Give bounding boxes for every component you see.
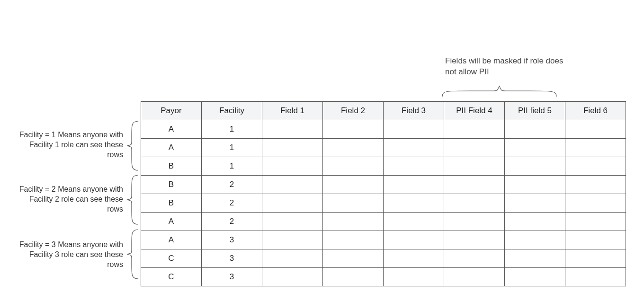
col-field1: Field 1 [262,102,323,120]
cell-facility: 3 [202,249,262,268]
cell-empty [384,213,444,231]
col-field6: Field 6 [565,102,626,120]
cell-empty [384,231,444,249]
col-field3: Field 3 [384,102,444,120]
table-row: A 3 [141,231,626,249]
data-table-wrapper: Payor Facility Field 1 Field 2 Field 3 P… [141,101,626,286]
cell-empty [262,120,323,139]
col-facility: Facility [202,102,262,120]
data-table: Payor Facility Field 1 Field 2 Field 3 P… [141,101,626,286]
cell-empty [505,268,565,286]
cell-empty [444,139,505,157]
cell-empty [444,120,505,139]
cell-empty [323,249,384,268]
cell-empty [505,139,565,157]
col-payor: Payor [141,102,202,120]
cell-empty [505,120,565,139]
pii-mask-note: Fields will be masked if role does not a… [445,56,568,78]
cell-payor: B [141,194,202,213]
cell-empty [565,120,626,139]
cell-empty [444,194,505,213]
table-row: B 1 [141,157,626,176]
table-row: A 1 [141,120,626,139]
table-row: A 1 [141,139,626,157]
cell-payor: A [141,213,202,231]
cell-empty [323,194,384,213]
cell-facility: 1 [202,120,262,139]
cell-payor: A [141,139,202,157]
cell-empty [505,176,565,194]
cell-empty [444,231,505,249]
cell-empty [384,157,444,176]
cell-empty [505,231,565,249]
cell-facility: 2 [202,194,262,213]
cell-empty [565,249,626,268]
table-row: C 3 [141,268,626,286]
cell-empty [384,268,444,286]
cell-empty [505,213,565,231]
cell-empty [565,157,626,176]
cell-empty [323,120,384,139]
cell-payor: A [141,231,202,249]
col-pii5: PII field 5 [505,102,565,120]
cell-empty [444,176,505,194]
col-pii4: PII Field 4 [444,102,505,120]
cell-facility: 2 [202,176,262,194]
cell-empty [262,194,323,213]
cell-payor: B [141,157,202,176]
cell-empty [505,249,565,268]
cell-facility: 1 [202,139,262,157]
cell-empty [565,194,626,213]
cell-empty [323,139,384,157]
cell-empty [384,194,444,213]
cell-empty [565,213,626,231]
cell-empty [323,176,384,194]
cell-empty [262,249,323,268]
cell-empty [262,231,323,249]
table-row: B 2 [141,194,626,213]
cell-empty [262,213,323,231]
cell-empty [384,139,444,157]
facility-2-note: Facility = 2 Means anyone with Facility … [14,185,123,214]
facility-3-note: Facility = 3 Means anyone with Facility … [14,240,123,269]
cell-empty [384,249,444,268]
cell-empty [565,139,626,157]
cell-facility: 1 [202,157,262,176]
table-row: B 2 [141,176,626,194]
cell-empty [444,249,505,268]
table-row: C 3 [141,249,626,268]
cell-empty [323,213,384,231]
cell-empty [262,139,323,157]
cell-empty [262,268,323,286]
brace-left-group3 [125,229,140,280]
cell-empty [444,268,505,286]
cell-facility: 2 [202,213,262,231]
cell-payor: B [141,176,202,194]
cell-empty [323,157,384,176]
cell-payor: C [141,268,202,286]
cell-facility: 3 [202,231,262,249]
table-header-row: Payor Facility Field 1 Field 2 Field 3 P… [141,102,626,120]
cell-empty [384,120,444,139]
cell-empty [323,268,384,286]
cell-empty [444,213,505,231]
cell-empty [323,231,384,249]
cell-facility: 3 [202,268,262,286]
cell-empty [384,176,444,194]
brace-top-pii [441,84,557,98]
cell-empty [505,194,565,213]
facility-1-note: Facility = 1 Means anyone with Facility … [14,130,123,160]
table-row: A 2 [141,213,626,231]
cell-empty [565,231,626,249]
col-field2: Field 2 [323,102,384,120]
cell-payor: A [141,120,202,139]
cell-empty [262,176,323,194]
cell-empty [565,268,626,286]
cell-empty [444,157,505,176]
cell-empty [505,157,565,176]
cell-payor: C [141,249,202,268]
brace-left-group2 [125,174,140,225]
cell-empty [262,157,323,176]
cell-empty [565,176,626,194]
brace-left-group1 [125,120,140,171]
